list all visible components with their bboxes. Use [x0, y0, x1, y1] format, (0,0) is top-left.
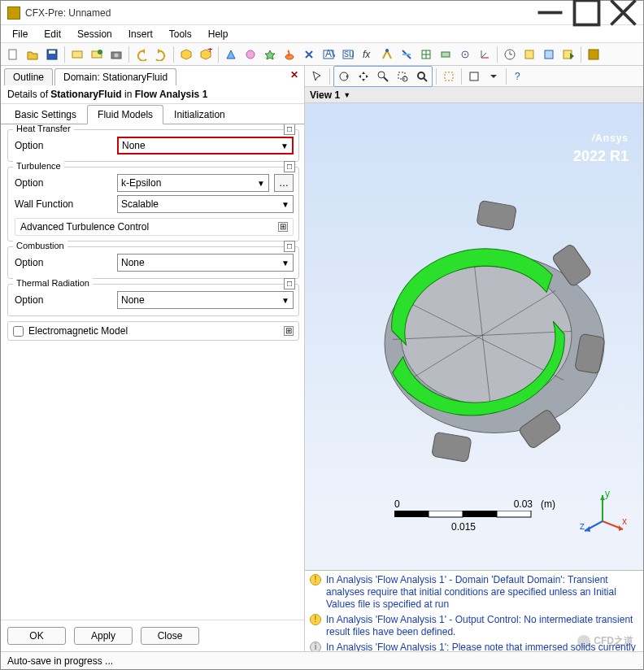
mesh-reload-icon[interactable]	[88, 46, 106, 63]
message-text: In Analysis 'Flow Analysis 1' - Domain '…	[326, 574, 638, 611]
fluid-models-panel: Heat Transfer □ Option None ▼ Turbulence…	[1, 124, 304, 620]
coord-frame-icon[interactable]	[476, 46, 494, 63]
tab-outline[interactable]: Outline	[4, 68, 53, 85]
rotate-icon[interactable]	[335, 67, 353, 85]
ok-button[interactable]: OK	[7, 627, 66, 645]
menu-file[interactable]: File	[6, 27, 34, 41]
monitor-icon[interactable]	[456, 46, 474, 63]
run-solver-icon[interactable]	[559, 46, 577, 63]
render-mode-dropdown-icon[interactable]	[485, 67, 503, 85]
svg-line-45	[424, 78, 427, 81]
mesh-import-icon[interactable]	[68, 46, 86, 63]
additional-var-icon[interactable]: AV	[320, 46, 337, 63]
menu-session[interactable]: Session	[71, 27, 119, 41]
details-mid: in	[122, 89, 135, 100]
view-label: View 1	[310, 89, 340, 101]
warning-icon: !	[310, 574, 321, 585]
svg-rect-52	[432, 432, 472, 462]
collapse-icon[interactable]: □	[284, 241, 295, 252]
junction-icon[interactable]	[378, 46, 396, 63]
radiation-option-combo[interactable]: None ▼	[117, 291, 294, 309]
snapshot-icon[interactable]	[107, 46, 125, 63]
cursor-icon[interactable]	[308, 67, 326, 85]
viewport-3d[interactable]: /Ansys 2022 R1	[305, 103, 643, 570]
help-icon[interactable]: ?	[510, 67, 528, 85]
maximize-button[interactable]	[568, 2, 605, 24]
subtab-basic-settings[interactable]: Basic Settings	[4, 105, 87, 124]
group-title-heat: Heat Transfer	[13, 124, 74, 133]
menu-help[interactable]: Help	[202, 27, 235, 41]
svg-text:y: y	[605, 489, 610, 499]
heat-option-combo[interactable]: None ▼	[117, 137, 294, 154]
expression-sub-icon[interactable]: sub	[339, 46, 357, 63]
open-icon[interactable]	[24, 46, 41, 63]
output-control-icon[interactable]	[540, 46, 558, 63]
solver-control-icon[interactable]	[520, 46, 538, 63]
chevron-down-icon: ▼	[343, 91, 350, 99]
svg-point-20	[385, 49, 389, 52]
message-row: ! In Analysis 'Flow Analysis 1' - Domain…	[310, 574, 638, 611]
message-pane[interactable]: ! In Analysis 'Flow Analysis 1' - Domain…	[305, 570, 643, 651]
menu-insert[interactable]: Insert	[122, 27, 159, 41]
save-icon[interactable]	[43, 46, 61, 63]
close-button[interactable]	[605, 2, 642, 24]
tab-close-icon[interactable]: ✕	[288, 69, 301, 82]
combustion-option-label: Option	[15, 257, 112, 268]
rigid-body-icon[interactable]	[437, 46, 455, 63]
pan-icon[interactable]	[355, 67, 372, 85]
combustion-option-value: None	[121, 257, 145, 268]
expand-icon[interactable]: ⊞	[278, 222, 288, 232]
subdomain-icon[interactable]	[242, 46, 259, 63]
view-header[interactable]: View 1 ▼	[305, 87, 643, 103]
subtab-fluid-models[interactable]: Fluid Models	[87, 105, 163, 124]
svg-point-14	[285, 54, 294, 59]
redo-icon[interactable]	[152, 46, 170, 63]
electromagnetic-model-row[interactable]: Electromagnetic Model ⊞	[7, 321, 299, 341]
zoom-box-icon[interactable]	[394, 67, 411, 85]
zoom-icon[interactable]	[374, 67, 392, 85]
combustion-option-combo[interactable]: None ▼	[117, 254, 294, 272]
advanced-turbulence-control[interactable]: Advanced Turbulence Control ⊞	[15, 218, 294, 236]
interface-icon[interactable]	[398, 46, 416, 63]
new-icon[interactable]	[4, 46, 22, 63]
menu-edit[interactable]: Edit	[37, 27, 67, 41]
electromagnetic-checkbox[interactable]	[13, 326, 24, 337]
svg-marker-71	[585, 526, 590, 532]
right-pane: ? View 1 ▼ /Ansys 2022 R1	[305, 66, 643, 651]
render-mode-icon[interactable]	[465, 67, 483, 85]
collapse-icon[interactable]: □	[284, 278, 295, 289]
box-plus-icon[interactable]: +	[197, 46, 215, 63]
undo-icon[interactable]	[133, 46, 150, 63]
wall-function-combo[interactable]: Scalable ▼	[117, 195, 294, 213]
tab-domain[interactable]: Domain: StationaryFluid	[54, 68, 176, 85]
apply-button[interactable]: Apply	[74, 627, 133, 645]
menubar: File Edit Session Insert Tools Help	[1, 25, 643, 43]
collapse-icon[interactable]: □	[284, 124, 295, 135]
boundary-icon[interactable]	[222, 46, 240, 63]
mesh-adapt-icon[interactable]	[417, 46, 435, 63]
turb-option-details-button[interactable]: …	[274, 174, 294, 192]
svg-rect-62	[463, 511, 497, 517]
scale-bar: 0 0.03 (m) 0.015	[394, 498, 533, 533]
svg-rect-35	[525, 50, 533, 59]
material-icon[interactable]	[281, 46, 298, 63]
group-title-radiation: Thermal Radiation	[13, 278, 93, 288]
solver-time-icon[interactable]	[501, 46, 519, 63]
reaction-icon[interactable]	[300, 46, 318, 63]
cfx-logo-icon[interactable]	[585, 46, 603, 63]
scale-mid: 0.015	[394, 521, 533, 533]
collapse-icon[interactable]: □	[284, 161, 295, 172]
minimize-button[interactable]	[532, 2, 568, 24]
box-yellow-icon[interactable]	[177, 46, 195, 63]
select-icon[interactable]	[440, 67, 458, 85]
menu-tools[interactable]: Tools	[163, 27, 198, 41]
axis-triad-icon: x y z	[578, 489, 627, 537]
turb-option-combo[interactable]: k-Epsilon ▼	[117, 174, 269, 192]
expression-fx-icon[interactable]: fx	[359, 46, 376, 63]
expand-icon[interactable]: ⊞	[284, 326, 294, 336]
scale-left: 0	[394, 498, 400, 510]
subtab-initialization[interactable]: Initialization	[163, 105, 236, 124]
close-button-panel[interactable]: Close	[141, 627, 199, 645]
fit-view-icon[interactable]	[413, 67, 431, 85]
source-point-icon[interactable]	[261, 46, 279, 63]
